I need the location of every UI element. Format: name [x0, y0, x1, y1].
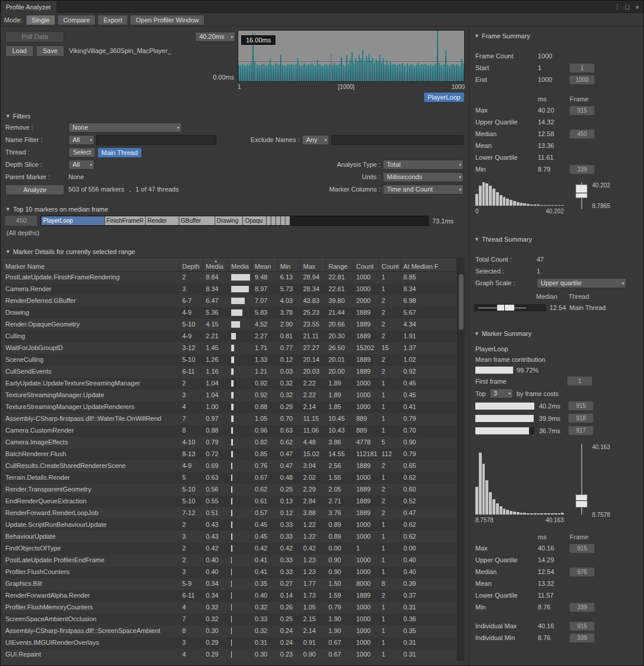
table-row[interactable]: EarlyUpdate.UpdateTextureStreamingManage… [3, 378, 456, 390]
marker-details-header[interactable]: ▼ Marker Details for currently selected … [1, 246, 469, 258]
top10-segment[interactable]: FinishFrameR [105, 216, 146, 225]
name-filter-mode-dropdown[interactable]: All ▾ [68, 135, 94, 145]
table-row[interactable]: PostLateUpdate.ProfilerEndFrame20.400.41… [3, 555, 456, 566]
frame-button[interactable]: 450 [570, 130, 594, 139]
top10-segment[interactable]: GBuffer [179, 216, 215, 225]
analysis-type-dropdown[interactable]: Total ▾ [383, 160, 464, 170]
export-button[interactable]: Export [97, 15, 128, 25]
save-button[interactable]: Save [36, 45, 64, 57]
mode-single-button[interactable]: Single [26, 15, 56, 25]
column-header[interactable]: Max [301, 258, 326, 271]
graph-scale-dropdown[interactable]: Upper quartile ▾ [537, 278, 626, 288]
top10-segment[interactable] [285, 216, 290, 225]
table-row[interactable]: Render.TransparentGeometry5-100.560.620.… [3, 484, 456, 496]
table-row[interactable]: BehaviourUpdate30.430.450.331.220.891000… [3, 531, 456, 543]
table-row[interactable]: RenderForwardAlpha.Render6-110.340.400.1… [3, 590, 456, 602]
table-row[interactable]: Camera.CustomRender80.880.960.6311.0610.… [3, 425, 456, 437]
maximize-icon[interactable]: □ [622, 4, 632, 11]
menu-icon[interactable]: ⋮ [612, 3, 622, 11]
column-header[interactable]: At Median F [401, 258, 456, 271]
table-row[interactable]: SceneCulling5-101.261.330.1220.1420.0118… [3, 354, 456, 366]
table-row[interactable]: RenderForward.RenderLoopJob7-120.510.570… [3, 507, 456, 519]
scrollbar-thumb[interactable] [459, 274, 464, 330]
frame-summary-header[interactable]: ▼ Frame Summary [469, 27, 643, 39]
top10-segment[interactable] [276, 216, 281, 225]
close-icon[interactable]: × [632, 4, 642, 11]
table-row[interactable]: RenderDeferred.GBuffer6-76.477.074.0343.… [3, 295, 456, 307]
frame-button[interactable]: 339 [570, 165, 594, 174]
frame-button[interactable]: 917 [569, 426, 593, 435]
open-profiler-window-button[interactable]: Open Profiler Window [130, 15, 205, 25]
frame-button[interactable]: 915 [569, 401, 593, 410]
marker-summary-header[interactable]: ▼ Marker Summary [469, 324, 643, 337]
selected-marker-chip[interactable]: PlayerLoop [424, 93, 464, 102]
table-row[interactable]: Profiler.FlushMemoryCounters40.320.320.2… [3, 602, 456, 614]
frame-button[interactable]: 976 [570, 568, 594, 576]
frame-button[interactable]: 339 [570, 603, 594, 612]
thread-row[interactable]: 12.54 Main Thread [469, 304, 643, 311]
table-row[interactable]: UIEvents.IMGUIRenderOverlays30.290.310.2… [3, 637, 456, 649]
table-row[interactable]: Camera.ImageEffects4-100.790.820.624.483… [3, 437, 456, 449]
table-row[interactable]: Render.OpaqueGeometry5-104.154.522.9023.… [3, 319, 456, 331]
top10-header[interactable]: ▼ Top 10 markers on median frame [1, 203, 469, 215]
table-row[interactable]: Drawing4-95.365.833.7825.2321.44188925.6… [3, 307, 456, 319]
table-row[interactable]: PostLateUpdate.FinishFrameRendering28.84… [3, 272, 456, 283]
table-row[interactable]: CullSendEvents6-111.161.210.0320.0320.00… [3, 366, 456, 378]
table-row[interactable]: FindObjectsOfType20.420.420.420.420.0011… [3, 543, 456, 555]
table-row[interactable]: GUI.Repaint40.290.300.230.900.67100010.3… [3, 649, 456, 661]
table-row[interactable]: Profiler.FlushCounters30.400.410.331.230… [3, 566, 456, 578]
load-button[interactable]: Load [5, 45, 34, 57]
mode-compare-button[interactable]: Compare [57, 15, 96, 25]
name-filter-input[interactable] [96, 135, 216, 145]
frame-button[interactable]: 1000 [570, 75, 594, 84]
thread-chip[interactable]: Main Thread [98, 148, 142, 157]
frame-time-chart[interactable]: 16.00ms [238, 30, 465, 82]
units-dropdown[interactable]: Milliseconds ▾ [383, 172, 464, 182]
median-frame-button[interactable]: 450 [5, 216, 37, 226]
window-tab[interactable]: Profile Analyzer [1, 1, 57, 13]
frame-button[interactable]: 915 [570, 106, 594, 115]
table-row[interactable]: Update.ScriptRunBehaviourUpdate20.430.45… [3, 519, 456, 531]
top10-segment[interactable]: Render [146, 216, 179, 225]
first-frame-button[interactable]: 1 [567, 377, 592, 385]
table-row[interactable]: Camera.Render38.348.975.7328.3422.611000… [3, 283, 456, 295]
column-header[interactable]: Count [354, 258, 379, 271]
column-header[interactable]: Range [326, 258, 354, 271]
analyze-button[interactable]: Analyze [5, 184, 64, 195]
exclude-names-input[interactable] [331, 135, 464, 145]
top10-segment[interactable]: PlayerLoop [41, 216, 105, 225]
table-row[interactable]: WaitForJobGroupID3-121.451.710.7727.2726… [3, 342, 456, 354]
frame-button[interactable]: 915 [570, 622, 594, 631]
column-header[interactable]: Media [229, 258, 252, 271]
column-header[interactable]: Min [278, 258, 301, 271]
top-n-dropdown[interactable]: 3 ▾ [489, 388, 513, 398]
thread-summary-header[interactable]: ▼ Thread Summary [469, 230, 643, 243]
frame-button[interactable]: 918 [569, 414, 593, 423]
thread-select-button[interactable]: Select [68, 147, 96, 157]
column-header[interactable]: Count Fra [379, 258, 401, 271]
table-scrollbar[interactable] [457, 258, 465, 661]
table-row[interactable]: Assembly-CSharp-firstpass.dll!::ScreenSp… [3, 625, 456, 637]
top10-segment[interactable] [267, 216, 271, 225]
marker-columns-dropdown[interactable]: Time and Count ▾ [383, 184, 464, 194]
table-row[interactable]: ScreenSpaceAmbientOcclusion70.320.330.25… [3, 614, 456, 625]
exclude-mode-dropdown[interactable]: Any ▾ [302, 135, 329, 145]
frame-button[interactable]: 915 [570, 544, 594, 553]
column-header[interactable]: Depth [180, 258, 203, 271]
column-header[interactable]: Marker Name [3, 258, 180, 271]
table-row[interactable]: Terrain.Details.Render50.630.670.482.021… [3, 472, 456, 484]
table-row[interactable]: Assembly-CSharp-firstpass.dll!::WaterTil… [3, 413, 456, 425]
frame-button[interactable]: 1 [570, 64, 594, 72]
table-row[interactable]: EndRenderQueueExtraction5-100.550.610.13… [3, 496, 456, 507]
top10-segment[interactable] [271, 216, 276, 225]
remove-dropdown[interactable]: None ▾ [68, 123, 182, 133]
frame-button[interactable]: 339 [570, 634, 594, 642]
top10-segment[interactable]: Drawing [215, 216, 244, 225]
table-row[interactable]: BatchRenderer.Flush8-130.720.850.4715.02… [3, 449, 456, 460]
chart-scale-dropdown[interactable]: 40.20ms ▾ [195, 32, 235, 42]
table-row[interactable]: TextureStreamingManager.UpdateRenderers4… [3, 401, 456, 413]
top10-segment[interactable] [281, 216, 285, 225]
top10-segment[interactable]: Opaqu [243, 216, 267, 225]
table-row[interactable]: Graphics.Blit5-90.340.350.271.771.508000… [3, 578, 456, 590]
filters-header[interactable]: ▼ Filters [1, 110, 469, 122]
